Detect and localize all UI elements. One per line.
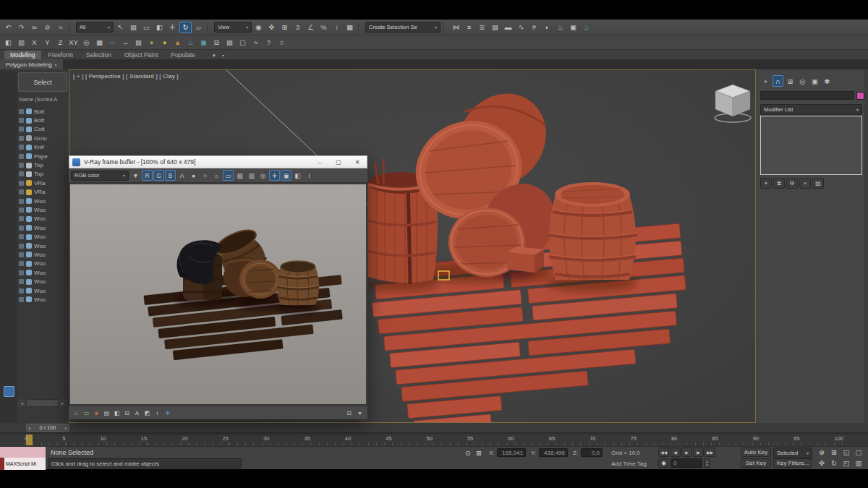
y-coordinate-field[interactable]: 438,496 <box>539 448 568 457</box>
zoom-extents-icon[interactable]: ◱ <box>841 448 852 457</box>
explorer-row[interactable]: Knif <box>19 143 68 152</box>
container-icon[interactable]: ▢ <box>237 37 249 48</box>
vfb-open-file-icon[interactable]: ▧ <box>234 170 245 181</box>
configure-sets-icon[interactable]: ▤ <box>812 178 824 189</box>
visibility-icon[interactable] <box>19 207 24 213</box>
material-editor-icon[interactable]: ◐ <box>541 22 553 33</box>
key-filters-button[interactable]: Key Filters... <box>773 458 812 468</box>
vfb-dock-icon[interactable]: ⊡ <box>344 408 354 418</box>
ribbon-tab[interactable]: Freeform <box>43 51 79 59</box>
select-and-scale-icon[interactable]: ▱ <box>192 22 205 33</box>
scrollbar-thumb[interactable] <box>27 400 58 406</box>
vfb-compare-icon[interactable]: ◎ <box>258 170 268 181</box>
vfb-red-channel-icon[interactable]: R <box>142 170 153 181</box>
auto-key-button[interactable]: Auto Key <box>741 448 771 457</box>
explorer-sort-header[interactable]: Name (Sorted A <box>19 96 68 103</box>
nav-extra-icon[interactable]: ▥ <box>853 458 864 468</box>
reference-coordinate-dropdown[interactable]: View <box>214 22 252 33</box>
axis-z-icon[interactable]: Z <box>54 37 67 48</box>
render-teapot-icon[interactable]: ♨ <box>184 37 197 48</box>
vfb-stop-icon[interactable]: ■ <box>92 408 101 418</box>
spacing-tool-icon[interactable]: ⋯ <box>106 37 119 48</box>
visibility-icon[interactable] <box>19 154 24 159</box>
select-and-move-icon[interactable]: ✛ <box>166 22 179 33</box>
visibility-icon[interactable] <box>19 234 24 239</box>
schematic-view-icon[interactable]: # <box>528 22 540 33</box>
explorer-row[interactable]: Woo <box>19 277 68 286</box>
explorer-row[interactable]: Woo <box>19 295 68 304</box>
visibility-icon[interactable] <box>19 252 24 257</box>
curve-editor-icon[interactable]: ∿ <box>515 22 527 33</box>
explorer-row[interactable]: Woo <box>19 286 68 295</box>
vfb-track-mouse-icon[interactable]: ✛ <box>269 170 280 181</box>
explorer-horizontal-scrollbar[interactable]: ◂ ▸ <box>18 399 67 407</box>
explorer-row[interactable]: Woo <box>19 197 68 205</box>
vfb-ab-compare-icon[interactable]: ◧ <box>292 170 303 181</box>
explorer-row[interactable]: Top <box>19 160 68 169</box>
visibility-icon[interactable] <box>19 145 24 150</box>
visibility-icon[interactable] <box>19 189 24 194</box>
light-lister-icon[interactable]: ● <box>158 37 171 48</box>
vfb-expand-icon[interactable]: ▾ <box>355 408 365 418</box>
axis-y-icon[interactable]: Y <box>41 37 54 48</box>
ribbon-min-icon[interactable]: ▾ <box>210 51 218 59</box>
vfb-render-view[interactable] <box>69 183 367 406</box>
select-and-rotate-icon[interactable]: ↻ <box>179 22 192 33</box>
cone-icon[interactable]: ▲ <box>171 37 184 48</box>
maxscript-macro-recorder[interactable] <box>0 447 46 458</box>
render-setup-icon[interactable]: ♨ <box>554 22 566 33</box>
spinner-down-icon[interactable]: ▾ <box>705 463 710 467</box>
ripple-icon[interactable]: ≈ <box>250 37 262 48</box>
scene-explorer-icon[interactable]: ≣ <box>476 22 488 33</box>
ribbon-tab[interactable]: Object Paint <box>119 51 163 59</box>
modifier-stack[interactable] <box>760 116 862 175</box>
viewport-label[interactable]: [ + ] [ Perspective ] [ Standard ] [ Cla… <box>73 73 179 80</box>
info-center-icon[interactable]: ? <box>263 37 275 48</box>
rectangular-selection-icon[interactable]: ▭ <box>140 22 153 33</box>
scene-states-icon[interactable]: ⊟ <box>210 37 223 48</box>
vfb-save-image-icon[interactable]: ▼ <box>130 170 141 181</box>
previous-frame-icon[interactable]: ◀ <box>670 448 681 457</box>
maxscript-mini-listener[interactable]: MAXScript Mi <box>0 458 46 470</box>
explorer-row[interactable]: Grou <box>19 134 68 142</box>
redo-icon[interactable]: ↷ <box>15 22 27 33</box>
visibility-icon[interactable] <box>19 181 24 186</box>
orbit-icon[interactable]: ↻ <box>828 458 840 468</box>
visibility-icon[interactable] <box>19 288 24 294</box>
scroll-right-icon[interactable]: ▸ <box>59 399 67 407</box>
time-slider-handle[interactable]: ◂ 0 / 100 ▸ <box>26 424 69 432</box>
visibility-icon[interactable] <box>19 297 24 302</box>
previous-frame-arrow-icon[interactable]: ◂ <box>28 425 30 430</box>
zoom-all-icon[interactable]: ⊞ <box>828 448 840 457</box>
modifier-list-dropdown[interactable]: Modifier List <box>760 104 862 115</box>
ribbon-tab[interactable]: Populate <box>165 51 201 59</box>
visibility-icon[interactable] <box>19 270 24 275</box>
explorer-row[interactable]: Woo <box>19 223 68 232</box>
motion-tab-icon[interactable]: ◎ <box>797 75 808 87</box>
vfb-copy-clipboard-icon[interactable]: ▥ <box>246 170 257 181</box>
named-selection-sets-dropdown[interactable]: Create Selection Se <box>365 22 441 33</box>
current-frame-field[interactable]: 0 <box>671 458 702 468</box>
select-rollout[interactable]: Select <box>18 72 67 92</box>
unlink-selection-icon[interactable]: ⊘ <box>41 22 54 33</box>
explorer-row[interactable]: Top <box>19 170 68 179</box>
vfb-alpha-channel-icon[interactable]: A <box>176 170 187 181</box>
vfb-compare-vertical-icon[interactable]: ⊟ <box>122 408 132 418</box>
preview-monitor-icon[interactable]: ▣ <box>197 37 210 48</box>
bind-to-space-warp-icon[interactable]: ≈ <box>54 22 67 33</box>
vfb-monochrome-icon[interactable]: ● <box>188 170 199 181</box>
select-by-name-icon[interactable]: ▤ <box>127 22 140 33</box>
array-icon[interactable]: ▦ <box>93 37 106 48</box>
visibility-icon[interactable] <box>19 244 24 249</box>
zoom-icon[interactable]: ⊕ <box>816 448 827 457</box>
select-and-manipulate-icon[interactable]: ✜ <box>265 22 278 33</box>
hierarchy-tab-icon[interactable]: ⊞ <box>785 75 796 87</box>
next-frame-arrow-icon[interactable]: ▸ <box>65 425 67 430</box>
isolate-selection-icon[interactable]: ⊙ <box>463 448 473 458</box>
vfb-channel-dropdown[interactable]: RGB color <box>71 171 129 181</box>
go-to-end-icon[interactable]: ▶▶ <box>705 448 715 457</box>
percent-snap-icon[interactable]: % <box>318 22 330 33</box>
maximize-viewport-icon[interactable]: ◰ <box>841 458 852 468</box>
layer-explorer-icon[interactable]: ▤ <box>489 22 501 33</box>
key-mode-toggle[interactable]: ◆ <box>658 458 669 468</box>
